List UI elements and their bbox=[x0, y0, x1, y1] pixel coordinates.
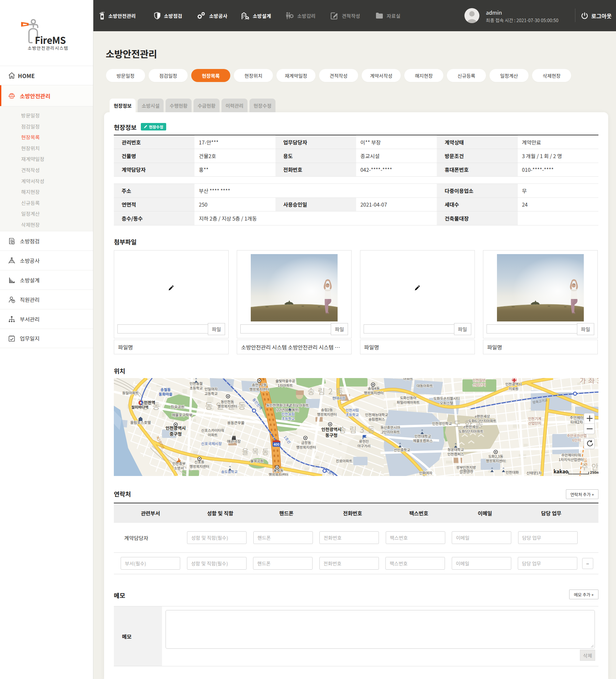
svg-text:인천역: 인천역 bbox=[144, 399, 156, 406]
svg-text:송림3동: 송림3동 bbox=[339, 424, 378, 435]
svg-text:현대시장: 현대시장 bbox=[332, 395, 345, 400]
svg-text:인화여자: 인화여자 bbox=[460, 468, 473, 474]
svg-text:행정복지센터: 행정복지센터 bbox=[269, 472, 288, 476]
svg-text:송림캠퍼스: 송림캠퍼스 bbox=[369, 416, 385, 422]
svg-text:인천광역시: 인천광역시 bbox=[321, 426, 342, 432]
svg-text:인천정인학교: 인천정인학교 bbox=[432, 421, 452, 426]
svg-text:kakao: kakao bbox=[553, 468, 568, 475]
svg-text:인천캠퍼스: 인천캠퍼스 bbox=[448, 451, 464, 456]
svg-text:초등학교: 초등학교 bbox=[346, 412, 359, 417]
svg-text:.2단지아파트: .2단지아파트 bbox=[380, 429, 400, 434]
svg-text:용동큰우물: 용동큰우물 bbox=[227, 420, 245, 425]
svg-text:초등학교: 초등학교 bbox=[190, 385, 203, 390]
svg-text:행정복지센터: 행정복지센터 bbox=[486, 458, 506, 463]
svg-text:율목동: 율목동 bbox=[242, 446, 272, 457]
svg-text:동화마을: 동화마을 bbox=[159, 391, 173, 397]
svg-text:행정복지센터: 행정복지센터 bbox=[249, 387, 269, 392]
svg-text:인천대화: 인천대화 bbox=[506, 470, 519, 475]
svg-text:아파트: 아파트 bbox=[403, 378, 413, 381]
svg-text:6단지: 6단지 bbox=[573, 437, 581, 443]
svg-text:행정복지센터: 행정복지센터 bbox=[217, 403, 237, 409]
svg-text:대동아파트: 대동아파트 bbox=[417, 383, 433, 388]
svg-text:1차지식산업센터: 1차지식산업센터 bbox=[559, 457, 584, 462]
svg-text:타워2차: 타워2차 bbox=[571, 419, 583, 425]
svg-text:고등학교: 고등학교 bbox=[419, 474, 432, 476]
svg-text:도화5단지아파트: 도화5단지아파트 bbox=[458, 428, 484, 434]
svg-text:제물포구락부: 제물포구락부 bbox=[172, 412, 193, 417]
svg-text:초등학교: 초등학교 bbox=[282, 416, 295, 421]
svg-text:행정복지센터: 행정복지센터 bbox=[317, 412, 337, 417]
svg-text:송림2동: 송림2동 bbox=[307, 385, 346, 397]
svg-text:의료원: 의료원 bbox=[509, 386, 518, 391]
svg-text:동일아파트: 동일아파트 bbox=[122, 390, 139, 395]
svg-text:행정복지센터: 행정복지센터 bbox=[296, 445, 316, 450]
svg-text:도화6-2단지아파트: 도화6-2단지아파트 bbox=[468, 418, 497, 423]
svg-text:1차아파트: 1차아파트 bbox=[278, 383, 293, 388]
svg-text:400: 400 bbox=[274, 442, 279, 447]
svg-text:자유공원: 자유공원 bbox=[171, 404, 184, 409]
svg-text:행정복지센터: 행정복지센터 bbox=[190, 464, 209, 469]
svg-text:250m: 250m bbox=[590, 470, 598, 475]
svg-text:중구청: 중구청 bbox=[169, 430, 181, 437]
svg-text:오피스텔: 오피스텔 bbox=[440, 400, 453, 406]
svg-text:아파트: 아파트 bbox=[208, 432, 217, 437]
svg-text:동구청: 동구청 bbox=[325, 432, 337, 438]
svg-text:가좌3동: 가좌3동 bbox=[580, 378, 598, 385]
svg-text:산업단지: 산업단지 bbox=[528, 420, 541, 426]
svg-text:산업단지: 산업단지 bbox=[473, 382, 486, 387]
svg-text:진로아파트: 진로아파트 bbox=[336, 458, 352, 463]
svg-text:율목공원: 율목공원 bbox=[250, 458, 264, 463]
svg-text:파밀리에아파트: 파밀리에아파트 bbox=[397, 399, 420, 405]
svg-text:제물포캠퍼스: 제물포캠퍼스 bbox=[413, 438, 433, 443]
svg-text:고등학교: 고등학교 bbox=[205, 391, 217, 396]
svg-text:선인중학교: 선인중학교 bbox=[394, 447, 410, 452]
svg-text:행정복지센터: 행정복지센터 bbox=[364, 390, 384, 395]
svg-text:신포국제시장: 신포국제시장 bbox=[201, 441, 222, 446]
svg-text:야구거리: 야구거리 bbox=[357, 443, 371, 448]
svg-text:소방서: 소방서 bbox=[174, 465, 184, 471]
svg-text:신태양1차: 신태양1차 bbox=[526, 470, 542, 475]
